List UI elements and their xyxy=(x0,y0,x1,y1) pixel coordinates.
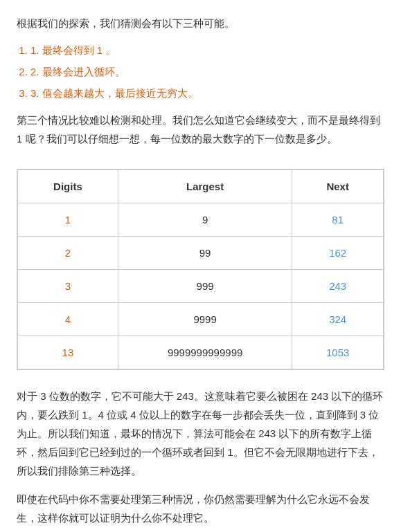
para-2: 对于 3 位数的数字，它不可能大于 243。这意味着它要么被困在 243 以下的… xyxy=(17,387,384,480)
cell-largest: 9999999999999 xyxy=(118,336,292,369)
table-row: 299162 xyxy=(18,237,384,270)
col-next: Next xyxy=(292,170,384,203)
cell-next: 81 xyxy=(292,203,384,237)
col-largest: Largest xyxy=(118,170,292,203)
table-row: 49999324 xyxy=(18,303,384,336)
cell-next: 243 xyxy=(292,270,384,303)
para-3: 即使在代码中你不需要处理第三种情况，你仍然需要理解为什么它永远不会发生，这样你就… xyxy=(17,490,384,527)
cell-next: 162 xyxy=(292,237,384,270)
cell-largest: 99 xyxy=(118,237,292,270)
digits-table: Digits Largest Next 19812991623999243499… xyxy=(17,169,384,369)
table-row: 3999243 xyxy=(18,270,384,303)
intro-lead: 根据我们的探索，我们猜测会有以下三种可能。 xyxy=(17,14,384,33)
table-row: 1981 xyxy=(18,203,384,237)
list-item-1: 1. 最终会得到 1 。 xyxy=(30,41,384,59)
cell-digits: 4 xyxy=(18,303,118,336)
possibilities-list: 1. 最终会得到 1 。 2. 最终会进入循环。 3. 值会越来越大，最后接近无… xyxy=(17,41,384,102)
cell-largest: 999 xyxy=(118,270,292,303)
para-1: 第三个情况比较难以检测和处理。我们怎么知道它会继续变大，而不是最终得到 1 呢？… xyxy=(17,111,384,148)
cell-digits: 2 xyxy=(18,237,118,270)
table-header-row: Digits Largest Next xyxy=(18,170,384,203)
cell-next: 1053 xyxy=(292,336,384,369)
list-item-2: 2. 最终会进入循环。 xyxy=(30,62,384,81)
cell-digits: 3 xyxy=(18,270,118,303)
cell-largest: 9999 xyxy=(118,303,292,336)
list-item-3: 3. 值会越来越大，最后接近无穷大。 xyxy=(30,84,384,102)
cell-digits: 13 xyxy=(18,336,118,369)
cell-next: 324 xyxy=(292,303,384,336)
cell-digits: 1 xyxy=(18,203,118,237)
digits-table-wrap: Digits Largest Next 19812991623999243499… xyxy=(17,169,384,370)
table-row: 1399999999999991053 xyxy=(18,336,384,369)
col-digits: Digits xyxy=(18,170,118,203)
cell-largest: 9 xyxy=(118,203,292,237)
